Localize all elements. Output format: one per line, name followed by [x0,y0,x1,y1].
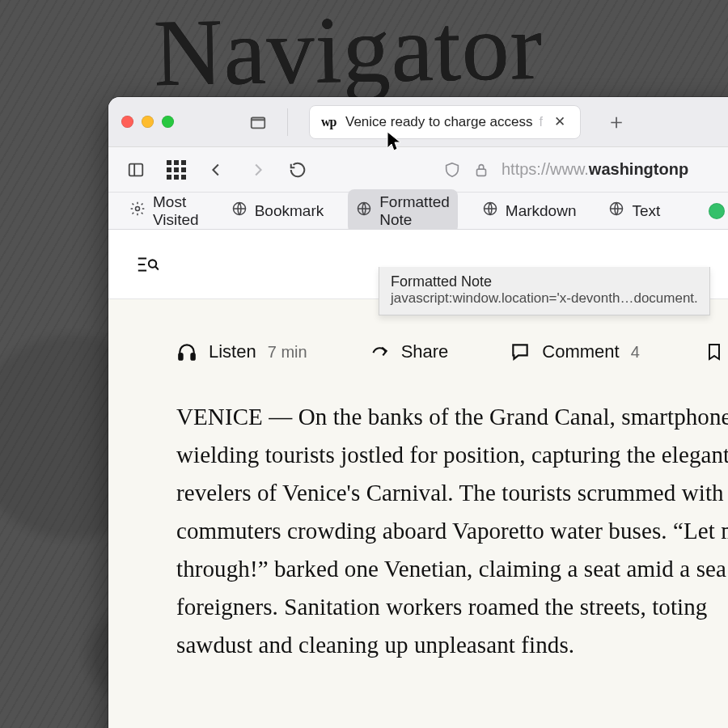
reload-button[interactable] [280,154,315,186]
article-content: Listen 7 min Share Comment 4 [108,299,728,728]
navigation-bar: https://www.washingtonp [108,147,728,193]
browser-tab[interactable]: wp Venice ready to charge access f ✕ [309,105,581,139]
url-scheme: https:// [502,160,550,178]
tooltip-title: Formatted Note [391,273,698,290]
bookmark-label: Markdown [506,202,577,220]
tab-strip: wp Venice ready to charge access f ✕ ＋ [108,97,728,147]
headphones-icon [176,341,197,362]
tab-title-fade: f [540,115,543,129]
page-toolbar: Formatted Note javascript:window.locatio… [108,230,728,299]
globe-icon [608,201,624,221]
tooltip-subtitle: javascript:window.location='x-devonth…do… [391,290,698,307]
svg-rect-10 [191,353,194,360]
svg-rect-2 [477,169,486,176]
url-host: washingtonp [589,160,688,178]
app-badge-icon [709,203,725,219]
window-controls [121,116,174,128]
bookmark-label: Bookmark [255,202,324,220]
save-button[interactable] [705,341,724,362]
window-close-button[interactable] [121,116,133,128]
app-grid-button[interactable] [159,154,194,186]
svg-point-3 [136,207,140,211]
tab-overview-button[interactable] [247,112,269,132]
globe-icon [482,201,498,221]
url-host-pre: www. [550,160,589,178]
bookmark-most-visited[interactable]: Most Visited [121,189,207,233]
share-icon [369,341,390,362]
lock-icon [472,161,490,179]
share-button[interactable]: Share [369,341,449,362]
listen-button[interactable]: Listen 7 min [176,341,307,362]
reader-search-button[interactable] [136,254,159,275]
bookmark-item-active[interactable]: Formatted Note [348,189,458,233]
svg-rect-9 [179,353,182,360]
bookmark-item[interactable]: Bookmark [223,197,332,225]
tab-close-button[interactable]: ✕ [551,112,569,132]
globe-icon [356,201,372,221]
forward-button[interactable] [239,154,275,186]
comment-icon [510,341,531,362]
article-actions: Listen 7 min Share Comment 4 [176,341,728,362]
address-bar[interactable]: https://www.washingtonp [434,154,698,185]
bookmark-label: Most Visited [153,193,199,229]
bookmark-item[interactable]: Text [600,197,668,225]
window-minimize-button[interactable] [142,116,154,128]
new-tab-button[interactable]: ＋ [603,108,629,136]
listen-label: Listen [209,341,256,362]
comment-button[interactable]: Comment 4 [510,341,639,362]
comment-count: 4 [631,343,640,362]
share-label: Share [401,341,449,362]
tab-title: Venice ready to charge access [345,114,533,130]
listen-duration: 7 min [268,343,307,362]
comment-label: Comment [542,341,619,362]
gear-icon [129,201,146,221]
sidebar-toggle-button[interactable] [118,154,154,186]
browser-window: wp Venice ready to charge access f ✕ ＋ h… [108,97,728,728]
shield-icon [443,161,461,179]
bookmark-item[interactable]: Markdown [474,197,585,225]
bookmark-label: Formatted Note [379,193,450,229]
favicon-icon: wp [321,115,337,129]
bookmark-label: Text [632,202,660,220]
bookmark-icon [705,341,724,362]
bookmark-item-app[interactable]: D [700,198,728,224]
svg-point-8 [149,260,156,267]
globe-icon [231,201,248,221]
divider [287,108,288,136]
bookmarklet-tooltip: Formatted Note javascript:window.locatio… [379,267,710,315]
back-button[interactable] [199,154,235,186]
wallpaper-title: Navigator [153,0,544,108]
bookmarks-bar: Most Visited Bookmark Formatted Note Mar… [108,193,728,230]
window-zoom-button[interactable] [162,116,174,128]
article-body: VENICE — On the banks of the Grand Canal… [176,398,728,664]
svg-rect-1 [129,163,143,176]
